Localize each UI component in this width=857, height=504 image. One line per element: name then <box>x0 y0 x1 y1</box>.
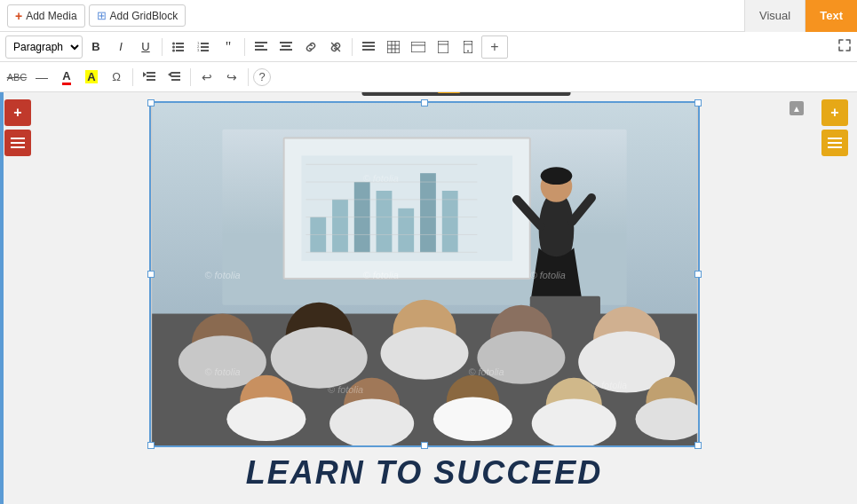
resize-handle-tr[interactable] <box>694 99 702 106</box>
svg-rect-31 <box>438 41 448 53</box>
add-gridblock-label: Add GridBlock <box>110 10 179 22</box>
svg-point-87 <box>380 327 468 379</box>
toolbar-row1: Paragraph B I U 1.2.3. " <box>0 32 857 62</box>
image-block[interactable]: © fotolia © fotolia © fotolia © fotolia … <box>149 101 700 447</box>
svg-point-76 <box>540 167 572 185</box>
resize-handle-tm[interactable] <box>421 99 428 106</box>
svg-rect-18 <box>280 49 292 51</box>
undo-button[interactable]: ↩ <box>195 66 218 89</box>
svg-rect-22 <box>362 45 375 47</box>
svg-text:© fotolia: © fotolia <box>591 380 627 390</box>
img-pencil2-button[interactable] <box>544 92 567 93</box>
svg-rect-64 <box>376 191 392 252</box>
add-gridblock-button[interactable]: ⊞ Add GridBlock <box>89 4 186 27</box>
resize-handle-mr[interactable] <box>694 271 702 278</box>
toolbar2-sep-3 <box>248 68 249 86</box>
svg-point-5 <box>172 49 175 51</box>
left-menu-button[interactable] <box>4 130 31 156</box>
blockquote-button[interactable]: " <box>217 35 240 59</box>
resize-handle-bl[interactable] <box>147 442 155 449</box>
classroom-image: © fotolia © fotolia © fotolia © fotolia … <box>151 103 698 445</box>
svg-rect-62 <box>332 200 348 252</box>
img-align-left-button[interactable] <box>365 92 388 93</box>
svg-text:© fotolia: © fotolia <box>529 270 565 280</box>
bold-button[interactable]: B <box>84 35 107 59</box>
img-align-center-button[interactable] <box>389 92 412 93</box>
align-center-button[interactable] <box>274 35 298 59</box>
resize-handle-br[interactable] <box>694 442 702 449</box>
svg-rect-29 <box>411 42 425 52</box>
align-left-button[interactable] <box>250 35 273 59</box>
strikethrough-button[interactable]: ABC <box>5 66 28 89</box>
visual-text-tabs: Visual Text <box>744 0 857 32</box>
expand-icon[interactable] <box>837 38 852 56</box>
tab-visual[interactable]: Visual <box>744 0 805 32</box>
list-ul-button[interactable] <box>167 35 190 59</box>
svg-point-4 <box>172 45 175 48</box>
svg-rect-43 <box>11 142 25 144</box>
svg-text:© fotolia: © fotolia <box>468 366 504 377</box>
underline-button[interactable]: U <box>134 35 157 59</box>
img-align-none-button[interactable] <box>437 92 460 93</box>
svg-rect-66 <box>420 173 436 252</box>
svg-rect-21 <box>362 42 375 43</box>
paragraph-select[interactable]: Paragraph <box>5 35 83 59</box>
svg-text:© fotolia: © fotolia <box>204 366 240 377</box>
help-button[interactable]: ? <box>253 68 271 86</box>
svg-text:© fotolia: © fotolia <box>362 270 398 280</box>
font-color-button[interactable]: A <box>55 66 78 89</box>
svg-rect-67 <box>441 191 457 252</box>
svg-rect-112 <box>828 146 842 148</box>
svg-rect-12 <box>255 42 267 43</box>
content-area: ▲ <box>36 92 813 504</box>
resize-handle-tl[interactable] <box>147 99 155 106</box>
add-media-label: Add Media <box>26 10 76 22</box>
special-char-button[interactable]: Ω <box>105 66 128 89</box>
svg-rect-6 <box>201 43 209 44</box>
align-more-button[interactable] <box>357 35 380 59</box>
img-edit-button[interactable] <box>490 92 513 93</box>
svg-rect-0 <box>176 43 184 44</box>
embed-wide-button[interactable] <box>407 35 430 59</box>
svg-rect-41 <box>171 79 180 81</box>
embed-narrow-button[interactable] <box>432 35 455 59</box>
svg-rect-39 <box>171 72 180 74</box>
indent-button[interactable] <box>138 66 161 89</box>
img-close-button[interactable]: ✕ <box>514 92 537 93</box>
right-menu-button[interactable] <box>821 130 848 156</box>
top-bar: + Add Media ⊞ Add GridBlock Visual Text <box>0 0 857 32</box>
resize-handle-ml[interactable] <box>147 271 155 278</box>
highlight-button[interactable]: A <box>80 66 103 89</box>
svg-rect-23 <box>362 49 375 51</box>
editor-area: + ▲ <box>0 92 857 504</box>
left-add-button[interactable]: + <box>4 99 31 126</box>
unlink-button[interactable] <box>324 35 347 59</box>
img-align-right-button[interactable] <box>413 92 436 93</box>
right-sidebar: + <box>813 92 857 504</box>
list-ol-button[interactable]: 1.2.3. <box>192 35 215 59</box>
right-add-button[interactable]: + <box>821 99 848 126</box>
table-button[interactable] <box>382 35 405 59</box>
left-blue-bar <box>0 92 4 504</box>
outdent-button[interactable] <box>163 66 186 89</box>
add-gridblock-icon: ⊞ <box>97 9 107 22</box>
svg-point-34 <box>467 50 469 51</box>
add-media-button[interactable]: + Add Media <box>7 4 85 28</box>
redo-button[interactable]: ↪ <box>220 66 243 89</box>
svg-text:© fotolia: © fotolia <box>362 173 398 184</box>
svg-rect-111 <box>828 142 842 144</box>
svg-point-97 <box>432 398 512 441</box>
svg-rect-8 <box>201 50 209 51</box>
tab-text[interactable]: Text <box>805 0 857 32</box>
hr-button[interactable]: — <box>30 66 53 89</box>
more-button[interactable]: + <box>481 35 508 59</box>
svg-rect-7 <box>201 46 209 48</box>
scroll-up-button[interactable]: ▲ <box>790 101 804 115</box>
italic-button[interactable]: I <box>109 35 132 59</box>
svg-rect-37 <box>147 75 155 77</box>
svg-text:© fotolia: © fotolia <box>204 270 240 280</box>
img-link-button[interactable] <box>466 92 489 93</box>
mobile-button[interactable] <box>456 35 480 59</box>
resize-handle-bm[interactable] <box>421 442 428 449</box>
link-button[interactable] <box>299 35 322 59</box>
